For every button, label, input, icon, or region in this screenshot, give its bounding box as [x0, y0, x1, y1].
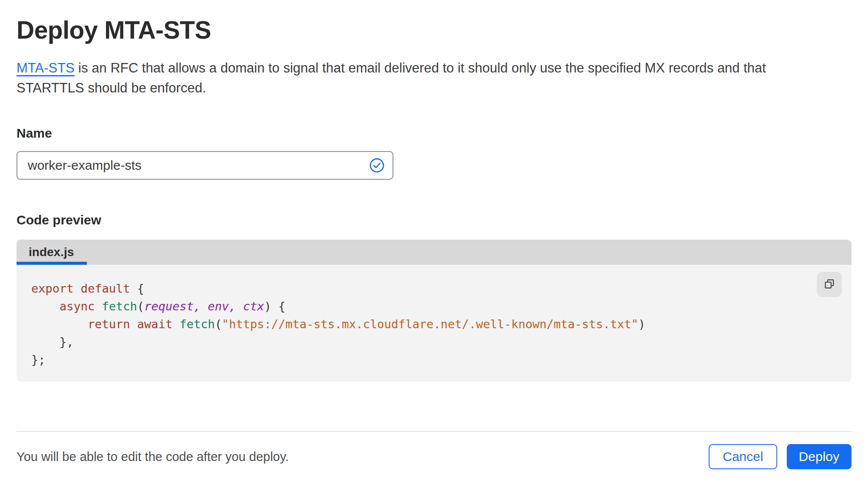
- name-input-container: [17, 151, 393, 180]
- code-line: async fetch(request, env, ctx) {: [31, 297, 804, 315]
- code-line: return await fetch("https://mta-sts.mx.c…: [31, 315, 804, 333]
- code-preview-card: index.js export default { async fetch(re…: [17, 240, 851, 382]
- code-line: export default {: [31, 280, 804, 297]
- code-content: export default { async fetch(request, en…: [31, 280, 804, 369]
- deploy-mta-sts-page: Deploy MTA-STS MTA-STS is an RFC that al…: [0, 0, 868, 494]
- code-line: };: [31, 351, 804, 369]
- check-circle-icon: [369, 158, 385, 173]
- page-title: Deploy MTA-STS: [17, 0, 851, 44]
- code-body: export default { async fetch(request, en…: [17, 265, 851, 382]
- code-tabbar: index.js: [17, 240, 851, 265]
- code-preview-label: Code preview: [17, 213, 851, 227]
- deploy-button[interactable]: Deploy: [787, 444, 851, 469]
- tab-index-js-label: index.js: [29, 245, 74, 259]
- copy-icon: [822, 277, 836, 292]
- footer-actions: Cancel Deploy: [709, 444, 851, 469]
- footer-bar: You will be able to edit the code after …: [17, 444, 851, 469]
- name-input[interactable]: [28, 158, 369, 173]
- tab-index-js[interactable]: index.js: [17, 240, 87, 265]
- page-description-text: is an RFC that allows a domain to signal…: [17, 60, 766, 96]
- cancel-button[interactable]: Cancel: [709, 444, 777, 469]
- page-description: MTA-STS is an RFC that allows a domain t…: [17, 58, 833, 98]
- name-label: Name: [17, 126, 851, 141]
- footer-divider: [17, 431, 851, 432]
- mta-sts-link[interactable]: MTA-STS: [17, 60, 75, 76]
- copy-code-button[interactable]: [817, 272, 842, 297]
- footer-note: You will be able to edit the code after …: [17, 450, 289, 464]
- code-line: },: [31, 333, 804, 351]
